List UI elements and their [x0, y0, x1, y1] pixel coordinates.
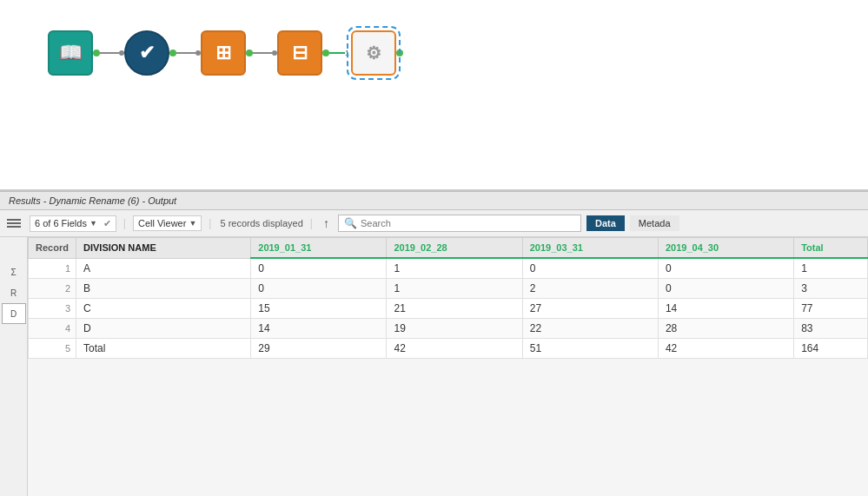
- tab-metadata-label: Metada: [639, 218, 671, 228]
- cell-division: A: [76, 258, 251, 279]
- cell-jan: 15: [251, 299, 387, 319]
- results-title-bar: Results - Dynamic Rename (6) - Output: [0, 191, 868, 210]
- results-title-text: Results - Dynamic Rename (6) - Output: [9, 195, 176, 206]
- node-filter1[interactable]: ⊞: [201, 30, 246, 76]
- col-division-name: DIVISION NAME: [76, 238, 251, 259]
- cell-feb: 19: [387, 319, 522, 339]
- cell-mar: 2: [522, 279, 658, 299]
- tab-data[interactable]: Data: [586, 215, 625, 231]
- node-rename[interactable]: ⚙: [351, 30, 396, 76]
- search-input[interactable]: [361, 218, 575, 228]
- col-2019-04-30: 2019_04_30: [658, 238, 793, 259]
- col-total: Total: [794, 238, 868, 259]
- book-icon: 📖: [59, 42, 83, 64]
- hamburger-menu[interactable]: [7, 219, 21, 228]
- table-row: 2 B 0 1 2 0 3: [29, 279, 868, 299]
- cell-division: D: [76, 319, 251, 339]
- anchor-dot-4: [322, 50, 329, 56]
- hamburger-line-3: [7, 226, 21, 228]
- search-box[interactable]: 🔍: [338, 215, 581, 232]
- cell-mar: 51: [522, 339, 658, 359]
- search-icon: 🔍: [344, 217, 357, 229]
- cell-feb: 1: [387, 279, 522, 299]
- col-2019-01-31: 2019_01_31: [251, 238, 387, 259]
- cell-viewer-button[interactable]: Cell Viewer ▼: [133, 215, 202, 231]
- anchor-dot-3: [246, 50, 253, 56]
- col-2019-03-31: 2019_03_31: [522, 238, 658, 259]
- anchor-dot-1: [93, 50, 100, 56]
- hamburger-line-2: [7, 222, 21, 224]
- col-2019-02-28: 2019_02_28: [387, 238, 522, 259]
- anchor-dot-2: [169, 50, 176, 56]
- line-1: [100, 52, 119, 54]
- divider-1: |: [123, 217, 126, 229]
- cell-division: B: [76, 279, 251, 299]
- connector-3: [246, 50, 277, 56]
- cell-mar: 27: [522, 299, 658, 319]
- col-record: Record: [29, 238, 76, 259]
- hamburger-line-1: [7, 219, 21, 221]
- connector-5: [396, 50, 403, 56]
- sum-icon-button[interactable]: Σ: [2, 261, 26, 282]
- cell-viewer-dropdown-arrow: ▼: [189, 219, 196, 228]
- table-header-row: Record DIVISION NAME 2019_01_31 2019_02_…: [29, 238, 868, 259]
- cell-apr: 0: [658, 279, 793, 299]
- cell-record: 2: [29, 279, 76, 299]
- r-icon-button[interactable]: R: [2, 282, 26, 303]
- anchor-dot-5: [396, 50, 403, 56]
- line-2: [176, 52, 195, 54]
- cell-record: 4: [29, 319, 76, 339]
- table-row: 4 D 14 19 22 28 83: [29, 319, 868, 339]
- connector-1: [93, 50, 124, 56]
- table-container: Σ R D Record DIVISION NAME 2019_01_31 20…: [0, 237, 868, 496]
- tab-data-label: Data: [595, 218, 616, 228]
- line-3: [253, 52, 272, 54]
- cell-mar: 0: [522, 258, 658, 279]
- node-filter2[interactable]: ⊟: [277, 30, 322, 76]
- check-icon: ✔: [139, 42, 155, 64]
- connector-4: 1: [322, 49, 351, 57]
- rename-icon: ⚙: [366, 43, 381, 63]
- sort-up-button[interactable]: ↑: [320, 215, 333, 232]
- node-check[interactable]: ✔: [124, 30, 169, 76]
- fields-selector[interactable]: 6 of 6 Fields ▼ ✔: [30, 215, 116, 232]
- cell-feb: 42: [387, 339, 522, 359]
- check-mark-icon: ✔: [103, 218, 111, 229]
- cell-jan: 0: [251, 279, 387, 299]
- arrow-up-icon: ↑: [323, 216, 329, 230]
- d-icon-button[interactable]: D: [2, 303, 26, 324]
- node-book[interactable]: 📖: [48, 30, 93, 76]
- cell-total: 83: [794, 319, 868, 339]
- table-body: 1 A 0 1 0 0 1 2 B 0 1 2 0 3 3 C 15 21 27…: [29, 258, 868, 359]
- filter2-icon: ⊟: [292, 42, 308, 64]
- table-row: 3 C 15 21 27 14 77: [29, 299, 868, 319]
- filter1-icon: ⊞: [215, 42, 231, 64]
- divider-2: |: [209, 217, 211, 229]
- table-row: 1 A 0 1 0 0 1: [29, 258, 868, 279]
- tab-metadata[interactable]: Metada: [630, 215, 679, 231]
- records-displayed: 5 records displayed: [220, 218, 302, 228]
- cell-total: 164: [794, 339, 868, 359]
- data-table: Record DIVISION NAME 2019_01_31 2019_02_…: [28, 237, 868, 496]
- cell-apr: 42: [658, 339, 793, 359]
- cell-total: 1: [794, 258, 868, 279]
- workflow-nodes: 📖 ✔ ⊞ ⊟: [48, 30, 403, 76]
- fields-count-label: 6 of 6 Fields: [35, 218, 87, 228]
- cell-total: 77: [794, 299, 868, 319]
- number-badge: 1: [345, 49, 349, 57]
- table-row: 5 Total 29 42 51 42 164: [29, 339, 868, 359]
- cell-division: Total: [76, 339, 251, 359]
- cell-apr: 14: [658, 299, 793, 319]
- line-4: [329, 52, 345, 54]
- cell-apr: 28: [658, 319, 793, 339]
- results-table: Record DIVISION NAME 2019_01_31 2019_02_…: [28, 237, 868, 359]
- toolbar: 6 of 6 Fields ▼ ✔ | Cell Viewer ▼ | 5 re…: [0, 210, 868, 237]
- cell-division: C: [76, 299, 251, 319]
- cell-mar: 22: [522, 319, 658, 339]
- cell-record: 1: [29, 258, 76, 279]
- cell-jan: 0: [251, 258, 387, 279]
- results-panel: Results - Dynamic Rename (6) - Output 6 …: [0, 191, 868, 496]
- divider-3: |: [310, 217, 313, 229]
- cell-record: 3: [29, 299, 76, 319]
- fields-dropdown-arrow: ▼: [89, 219, 97, 228]
